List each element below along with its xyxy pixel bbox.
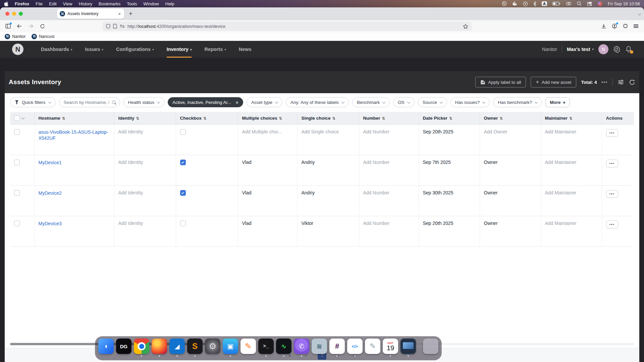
row-select-checkbox[interactable] [14,160,20,165]
hostname-link[interactable]: MyDevice1 [39,160,62,166]
browser-tab[interactable]: N Assets Inventory × [57,9,124,19]
col-maintainer[interactable]: Maintainer⇅ [541,112,602,124]
col-single-choice[interactable]: Single choice⇅ [297,112,359,124]
chrome-dock-icon[interactable] [134,339,149,354]
battery-icon[interactable] [552,1,560,6]
has-issues-dropdown[interactable]: Has issues? [450,97,490,107]
hostname-link[interactable]: asus-VivoBook-15-ASUS-Laptop-X542UF [39,129,110,142]
blue-app-dock-icon[interactable]: ◖ [98,339,114,354]
apple-menu-icon[interactable] [4,1,8,6]
window-minimize-button[interactable] [12,12,16,16]
cell-multiple-choices[interactable]: Vlad [242,221,252,226]
menu-icon[interactable] [631,22,641,31]
row-actions-button[interactable]: ••• [606,190,618,198]
nav-dashboards[interactable]: Dashboards▾ [41,41,72,58]
trash-dock-icon[interactable] [423,339,438,354]
apply-label-button[interactable]: Apply label to all [475,77,526,87]
col-multiple-choices[interactable]: Multiple choices⇅ [238,112,297,124]
system-settings-dock-icon[interactable]: ⚙ [205,339,220,354]
bluetooth-icon[interactable] [533,1,536,6]
settings-gear-icon[interactable] [613,46,621,53]
benchmark-dropdown[interactable]: Benchmark [352,97,390,107]
row-select-checkbox[interactable] [14,129,20,135]
header-overflow-icon[interactable]: ••• [601,80,608,84]
docker-dock-icon[interactable]: ≋ [312,339,327,354]
account-icon[interactable] [610,22,619,31]
assistant-icon[interactable] [597,1,602,6]
nav-issues[interactable]: Issues▾ [85,41,103,58]
remove-filter-icon[interactable]: × [235,100,238,105]
more-filters-button[interactable]: More+ [545,97,570,107]
menubar-item-edit[interactable]: Edit [49,1,56,6]
terminal-dock-icon[interactable]: >_ [258,339,274,354]
cell-number[interactable]: Add Number [363,190,390,195]
cell-number[interactable]: Add Number [363,129,390,134]
cell-multiple-choices[interactable]: Vlad [242,190,252,195]
window-zoom-button[interactable] [19,12,23,16]
control-center-icon[interactable] [587,1,592,6]
spotlight-search-icon[interactable] [577,1,582,6]
menubar-item-bookmarks[interactable]: Bookmarks [99,1,120,6]
os-dropdown[interactable]: OS [393,97,415,107]
refresh-icon[interactable] [629,79,635,85]
row-select-checkbox[interactable] [14,221,20,226]
cell-maintainer[interactable]: Add Maintainer [545,160,577,165]
cell-date-picker[interactable]: Sep 20th 2025 [423,221,453,226]
cell-multiple-choices[interactable]: Vlad [242,160,252,165]
menubar-item-view[interactable]: View [63,1,72,6]
vscode-dock-icon[interactable]: ◢ [169,339,185,354]
workspace-switcher[interactable]: Max's test▾ [567,47,594,52]
paste-app-dock-icon[interactable]: ▣ [223,339,238,354]
nanitor-logo[interactable]: N [12,44,23,55]
docker-status-icon[interactable] [512,1,518,6]
cell-multiple-choices[interactable]: Add Multiple choi... [242,129,282,134]
play-status-icon[interactable] [523,1,528,6]
forward-icon[interactable] [26,22,36,31]
menubar-item-file[interactable]: File [36,1,43,6]
labels-dropdown[interactable]: Any: Any of these labels [286,97,349,107]
col-identity[interactable]: Identity⇅ [114,112,176,124]
cell-single-choice[interactable]: Andriy [302,190,315,195]
col-number[interactable]: Number⇅ [359,112,419,124]
list-all-tabs-icon[interactable] [638,11,641,17]
url-bar[interactable]: http://localhost:4200/organization/maxs-… [103,21,472,31]
cell-date-picker[interactable]: Sep 7th 2025 [423,160,451,165]
hostname-link[interactable]: MyDevice2 [39,190,62,196]
back-icon[interactable] [15,22,24,31]
source-dropdown[interactable]: Source [418,97,447,107]
status-filter-chip[interactable]: Active, Inactive, Pending Ar... × [168,97,243,107]
col-owner[interactable]: Owner⇅ [480,112,541,124]
nav-reports[interactable]: Reports▾ [204,41,226,58]
cell-single-choice[interactable]: Viktor [302,221,314,226]
asset-type-dropdown[interactable]: Asset type [247,97,282,107]
dev-brackets-dock-icon[interactable]: </> [347,339,363,354]
checkbox-cell[interactable] [180,129,186,135]
cell-identity[interactable]: Add Identity [118,221,143,226]
cell-identity[interactable]: Add Identity [118,129,143,134]
col-date-picker[interactable]: Date Picker⇅ [419,112,480,124]
checkbox-cell[interactable] [180,160,186,165]
has-benchmark-dropdown[interactable]: Has benchmark? [493,97,542,107]
avatar[interactable]: N [598,44,608,54]
new-tab-button[interactable]: + [129,10,132,17]
window-close-button[interactable] [5,12,9,16]
row-actions-button[interactable]: ••• [606,160,618,167]
row-actions-button[interactable]: ••• [606,221,618,228]
menubar-item-tools[interactable]: Tools [127,1,137,6]
cell-single-choice[interactable]: Add Single choice [302,129,339,134]
shield-icon[interactable] [106,24,110,29]
notifications-bell-icon[interactable] [625,46,632,53]
viber-status-icon[interactable] [502,1,507,6]
extensions-icon[interactable] [621,22,630,31]
cell-maintainer[interactable]: Add Maintainer [545,221,577,226]
downloads-icon[interactable] [599,22,608,31]
health-status-dropdown[interactable]: Health status [123,97,165,107]
page-info-icon[interactable] [113,24,117,28]
cell-owner[interactable]: Owner [484,190,498,195]
col-hostname[interactable]: Hostname⇅ [34,112,114,124]
design-tool-dock-icon[interactable]: ✎ [365,339,380,354]
nav-news[interactable]: News [239,41,252,58]
row-actions-button[interactable]: ••• [606,129,618,137]
cell-identity[interactable]: Add Identity [118,160,143,165]
nav-inventory[interactable]: Inventory▾ [167,41,192,58]
